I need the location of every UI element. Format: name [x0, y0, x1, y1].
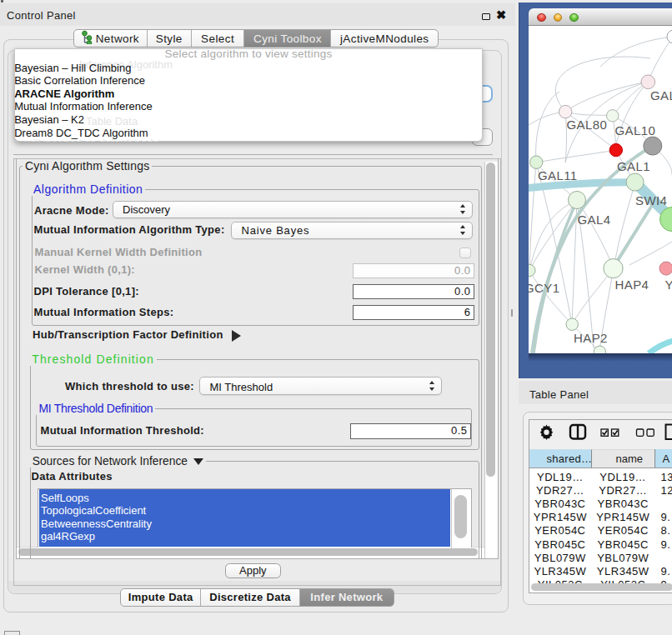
svg-text:GAL1: GAL1 — [617, 159, 650, 173]
svg-text:GCY1: GCY1 — [529, 281, 559, 295]
svg-text:GAL10: GAL10 — [615, 123, 656, 138]
svg-text:Y: Y — [665, 278, 672, 292]
svg-text:GAL7: GAL7 — [650, 88, 672, 102]
svg-text:GAL11: GAL11 — [538, 168, 578, 182]
svg-text:HAP2: HAP2 — [574, 331, 608, 345]
svg-text:GAL4: GAL4 — [578, 212, 611, 227]
svg-text:SWI4: SWI4 — [635, 193, 667, 208]
svg-text:HAP4: HAP4 — [615, 278, 649, 292]
svg-text:GAL80: GAL80 — [567, 118, 608, 132]
